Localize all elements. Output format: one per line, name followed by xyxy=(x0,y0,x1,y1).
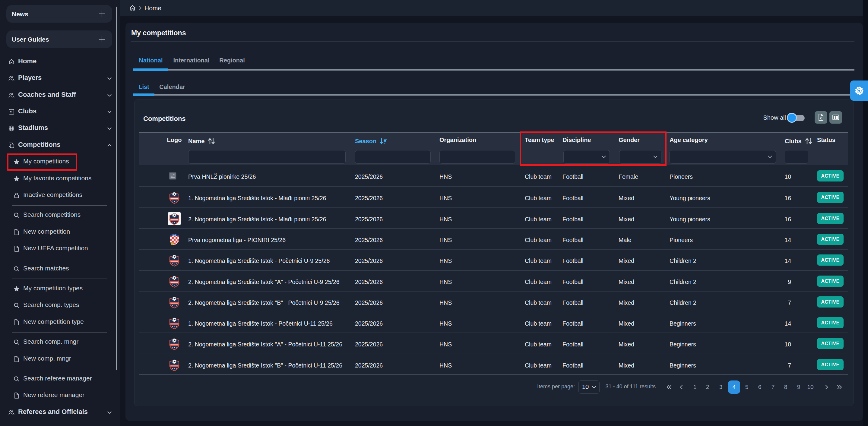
svg-text:HNS: HNS xyxy=(173,234,176,236)
